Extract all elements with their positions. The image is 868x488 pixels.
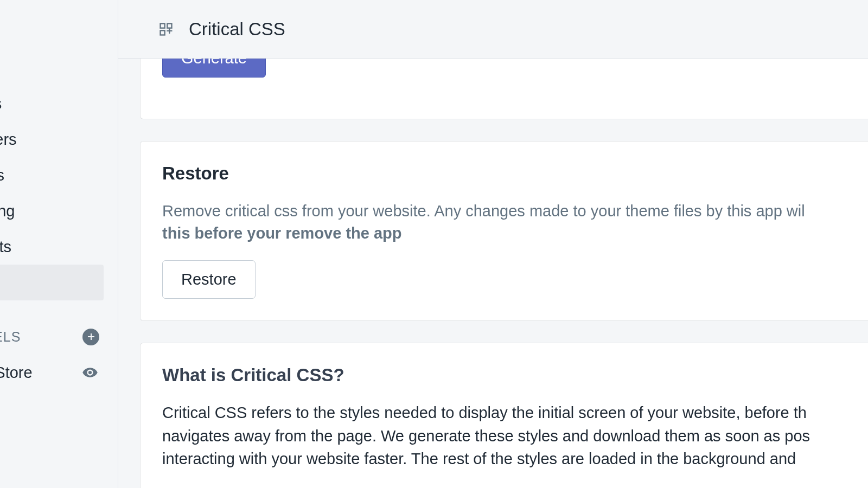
sidebar-channel-0[interactable]: ne Store — [0, 355, 118, 390]
card-generate: Generate — [140, 59, 868, 119]
view-icon[interactable] — [81, 363, 99, 382]
restore-body-line1: Remove critical css from your website. A… — [162, 202, 805, 220]
card-restore: Restore Remove critical css from your we… — [140, 141, 868, 321]
svg-rect-3 — [167, 23, 171, 28]
sidebar-section-channels: NNELS — [0, 319, 118, 355]
sidebar-item-label: keting — [0, 202, 15, 220]
info-line-2: navigates away from the page. We generat… — [162, 425, 846, 447]
restore-heading: Restore — [162, 163, 846, 184]
info-heading: What is Critical CSS? — [162, 365, 846, 386]
sidebar-item-3[interactable]: omers — [0, 121, 118, 157]
sidebar-item-1[interactable]: rs — [0, 50, 118, 86]
titlebar: Critical CSS — [118, 0, 868, 59]
sidebar-item-6[interactable]: ounts — [0, 229, 118, 265]
card-info: What is Critical CSS? Critical CSS refer… — [140, 343, 868, 488]
add-channel-icon[interactable] — [82, 329, 99, 345]
app-icon — [158, 22, 174, 37]
sidebar-item-5[interactable]: keting — [0, 193, 118, 229]
sidebar-item-label: ounts — [0, 238, 11, 256]
restore-body-line2: this before your remove the app — [162, 224, 402, 242]
sidebar-item-2[interactable]: ucts — [0, 86, 118, 121]
info-body: Critical CSS refers to the styles needed… — [162, 402, 846, 471]
svg-rect-1 — [88, 336, 94, 337]
generate-button[interactable]: Generate — [162, 59, 266, 78]
sidebar-section-title: NNELS — [0, 329, 21, 345]
sidebar: e rs ucts omers ytics keting ounts s NNE… — [0, 0, 118, 488]
sidebar-channel-label: ne Store — [0, 364, 33, 382]
content: Generate Restore Remove critical css fro… — [118, 59, 868, 488]
sidebar-item-label: omers — [0, 131, 17, 149]
sidebar-item-7[interactable]: s — [0, 265, 104, 300]
sidebar-item-label: ytics — [0, 166, 4, 184]
restore-button[interactable]: Restore — [162, 260, 256, 299]
info-line-3: interacting with your website faster. Th… — [162, 448, 846, 470]
restore-body: Remove critical css from your website. A… — [162, 200, 846, 244]
page-title: Critical CSS — [189, 19, 285, 40]
sidebar-item-0[interactable]: e — [0, 14, 118, 50]
main: Critical CSS Generate Restore Remove cri… — [118, 0, 868, 488]
sidebar-item-label: ucts — [0, 95, 2, 113]
sidebar-item-4[interactable]: ytics — [0, 157, 118, 193]
info-line-1: Critical CSS refers to the styles needed… — [162, 402, 846, 424]
svg-rect-2 — [161, 23, 165, 28]
svg-rect-4 — [161, 30, 165, 35]
